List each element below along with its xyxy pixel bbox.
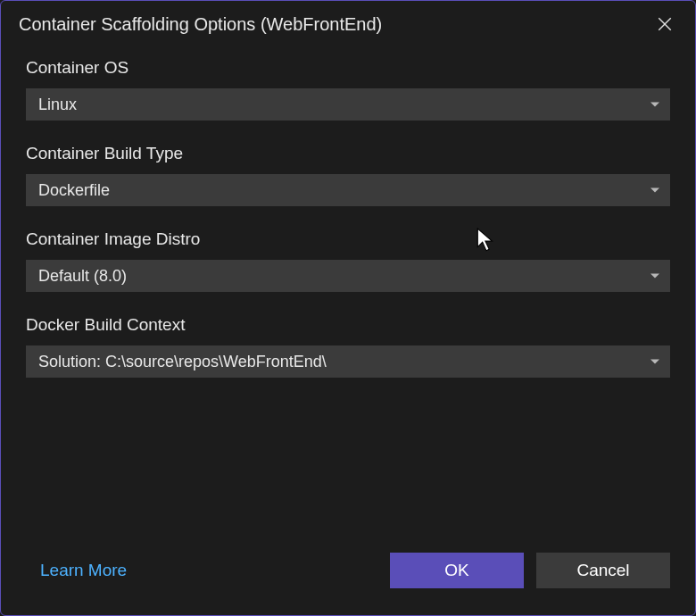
container-os-dropdown[interactable]: Linux <box>26 88 670 121</box>
image-distro-dropdown[interactable]: Default (8.0) <box>26 260 670 292</box>
dialog-content: Container OS Linux Container Build Type … <box>1 44 695 378</box>
button-group: OK Cancel <box>390 553 670 588</box>
image-distro-value: Default (8.0) <box>38 267 127 286</box>
build-context-label: Docker Build Context <box>26 315 670 335</box>
field-image-distro: Container Image Distro Default (8.0) <box>26 229 670 292</box>
learn-more-link[interactable]: Learn More <box>40 561 127 580</box>
build-context-dropdown[interactable]: Solution: C:\source\repos\WebFrontEnd\ <box>26 345 670 378</box>
titlebar: Container Scaffolding Options (WebFrontE… <box>1 1 695 44</box>
container-os-value: Linux <box>38 96 77 114</box>
image-distro-label: Container Image Distro <box>26 229 670 249</box>
chevron-down-icon <box>650 360 659 364</box>
build-type-dropdown[interactable]: Dockerfile <box>26 174 670 206</box>
dialog-title: Container Scaffolding Options (WebFrontE… <box>19 14 382 35</box>
container-os-label: Container OS <box>26 58 670 78</box>
chevron-down-icon <box>650 274 659 279</box>
chevron-down-icon <box>650 103 659 107</box>
build-type-label: Container Build Type <box>26 144 670 163</box>
field-build-type: Container Build Type Dockerfile <box>26 144 670 206</box>
ok-button[interactable]: OK <box>390 553 524 588</box>
field-container-os: Container OS Linux <box>26 58 670 121</box>
close-button[interactable] <box>652 12 677 37</box>
build-context-value: Solution: C:\source\repos\WebFrontEnd\ <box>38 353 327 371</box>
chevron-down-icon <box>650 188 659 193</box>
dialog-footer: Learn More OK Cancel <box>1 553 695 615</box>
field-build-context: Docker Build Context Solution: C:\source… <box>26 315 670 378</box>
build-type-value: Dockerfile <box>38 181 110 200</box>
cancel-button[interactable]: Cancel <box>536 553 670 588</box>
close-icon <box>657 16 673 32</box>
